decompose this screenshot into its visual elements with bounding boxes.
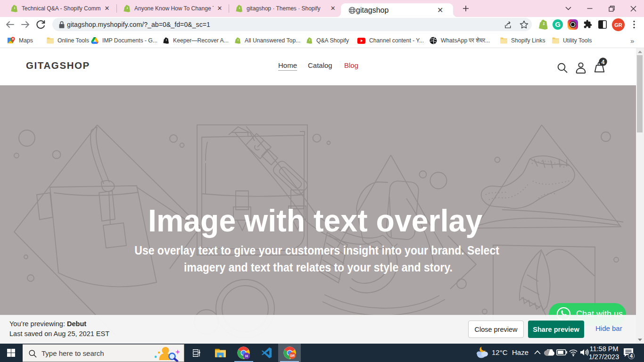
svg-text:G: G xyxy=(555,20,561,28)
svg-text:4: 4 xyxy=(630,353,633,359)
svg-text:4: 4 xyxy=(602,59,605,66)
svg-text:H: H xyxy=(245,354,248,358)
svg-text:GR: GR xyxy=(290,354,295,357)
